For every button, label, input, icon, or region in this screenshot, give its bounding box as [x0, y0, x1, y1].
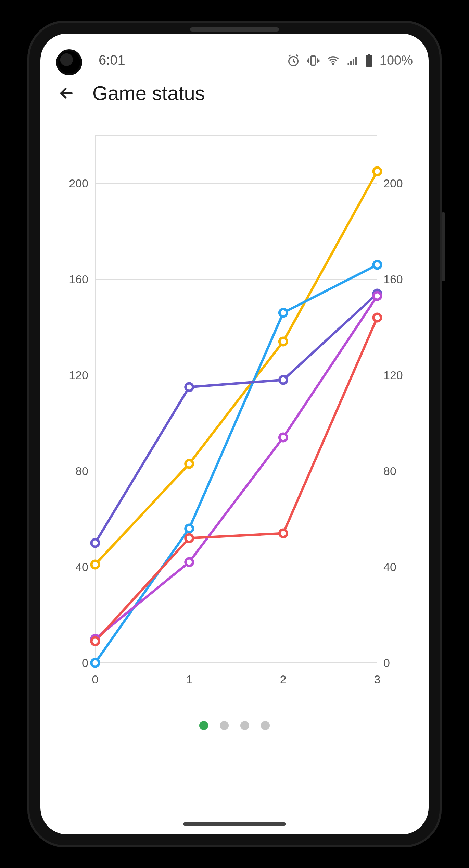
svg-rect-3	[368, 54, 370, 55]
battery-text: 100%	[380, 53, 413, 68]
side-button	[442, 212, 445, 281]
svg-text:120: 120	[69, 369, 88, 382]
signal-icon	[346, 54, 358, 67]
svg-text:40: 40	[383, 560, 396, 573]
page-title: Game status	[92, 82, 205, 104]
wifi-icon	[326, 54, 340, 67]
svg-point-29	[91, 561, 99, 568]
alarm-icon	[287, 54, 300, 67]
svg-point-36	[373, 261, 381, 269]
svg-point-35	[279, 309, 287, 317]
app-bar: Game status	[40, 71, 429, 111]
svg-point-42	[186, 558, 193, 566]
speaker-grille	[190, 27, 279, 32]
svg-point-45	[91, 637, 99, 645]
svg-text:80: 80	[383, 464, 396, 478]
svg-point-48	[373, 314, 381, 321]
svg-text:2: 2	[280, 673, 287, 686]
pager-dot[interactable]	[220, 721, 229, 730]
svg-text:160: 160	[383, 273, 403, 286]
svg-point-37	[91, 539, 99, 547]
phone-bezel: 6:01 100%	[27, 21, 442, 847]
svg-point-30	[186, 460, 193, 468]
svg-rect-1	[311, 56, 315, 65]
home-indicator	[183, 822, 286, 826]
back-button[interactable]	[56, 83, 77, 103]
pager-dot[interactable]	[261, 721, 270, 730]
svg-point-43	[279, 434, 287, 441]
svg-point-2	[332, 63, 334, 64]
svg-point-34	[186, 525, 193, 532]
svg-point-44	[373, 292, 381, 300]
page-indicator[interactable]	[40, 721, 429, 730]
punch-hole-camera	[56, 49, 82, 75]
svg-text:40: 40	[75, 560, 88, 573]
svg-text:0: 0	[82, 656, 88, 669]
battery-icon	[365, 54, 373, 67]
svg-point-33	[91, 659, 99, 667]
clock-text: 6:01	[99, 52, 125, 68]
line-chart: 04080120160200040801201602000123	[51, 122, 418, 704]
svg-text:1: 1	[186, 673, 192, 686]
svg-rect-4	[366, 55, 372, 67]
pager-dot[interactable]	[199, 721, 208, 730]
svg-text:120: 120	[383, 369, 403, 382]
svg-point-39	[279, 376, 287, 384]
vibrate-icon	[306, 54, 320, 67]
status-bar: 6:01 100%	[40, 34, 429, 71]
chart-container[interactable]: 04080120160200040801201602000123	[40, 122, 429, 704]
svg-text:200: 200	[69, 177, 88, 190]
svg-text:80: 80	[75, 464, 88, 478]
svg-point-38	[186, 383, 193, 391]
phone-screen: 6:01 100%	[40, 34, 429, 834]
pager-dot[interactable]	[240, 721, 249, 730]
svg-text:0: 0	[383, 656, 390, 669]
svg-text:160: 160	[69, 273, 88, 286]
svg-text:3: 3	[374, 673, 381, 686]
svg-text:0: 0	[92, 673, 99, 686]
svg-point-31	[279, 338, 287, 345]
svg-point-32	[373, 168, 381, 175]
svg-point-46	[186, 534, 193, 542]
arrow-left-icon	[58, 84, 75, 102]
svg-text:200: 200	[383, 177, 403, 190]
svg-point-47	[279, 530, 287, 537]
